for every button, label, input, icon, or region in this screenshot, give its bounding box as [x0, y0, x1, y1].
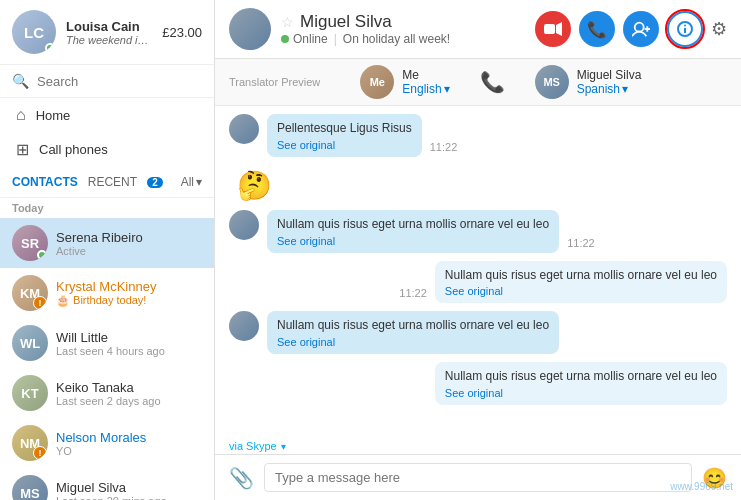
contact-name-krystal: Krystal McKinney	[56, 279, 202, 294]
chevron-down-icon: ▾	[196, 175, 202, 189]
nav-call-phones-label: Call phones	[39, 142, 108, 157]
user-balance: £23.00	[162, 25, 202, 40]
msg-text-5: Nullam quis risus eget urna mollis ornar…	[277, 318, 549, 332]
video-call-button[interactable]	[535, 11, 571, 47]
message-3: Nullam quis risus eget urna mollis ornar…	[229, 210, 727, 253]
avatar-krystal: KM !	[12, 275, 48, 311]
info-button[interactable]	[667, 11, 703, 47]
translator-me: Me Me English ▾	[360, 65, 449, 99]
video-icon	[544, 22, 562, 36]
msg-see-original-1[interactable]: See original	[277, 139, 412, 151]
add-contact-icon	[632, 21, 650, 37]
contact-name-miguel: Miguel Silva	[56, 480, 202, 495]
svg-point-2	[635, 23, 644, 32]
avatar-serena: SR	[12, 225, 48, 261]
msg-avatar-5	[229, 311, 259, 341]
msg-bubble-6: Nullam quis risus eget urna mollis ornar…	[435, 362, 727, 405]
user-info: Louisa Cain The weekend is here!	[66, 19, 152, 46]
user-status-text: The weekend is here!	[66, 34, 152, 46]
home-icon: ⌂	[16, 106, 26, 124]
attach-button[interactable]: 📎	[229, 466, 254, 490]
nav-home[interactable]: ⌂ Home	[0, 98, 214, 132]
emoji-button[interactable]: 😊	[702, 466, 727, 490]
msg-time-4: 11:22	[399, 287, 427, 299]
phone-icon: 📞	[587, 20, 607, 39]
contact-item-serena[interactable]: SR Serena Ribeiro Active	[0, 218, 214, 268]
contact-name-nelson: Nelson Morales	[56, 430, 202, 445]
msg-avatar-1	[229, 114, 259, 144]
messages-area: Pellentesque Ligus Risus See original 11…	[215, 106, 741, 438]
chevron-down-icon: ▾	[281, 441, 286, 452]
msg-bubble-5: Nullam quis risus eget urna mollis ornar…	[267, 311, 559, 354]
contact-sub-krystal: 🎂 Birthday today!	[56, 294, 202, 307]
search-bar[interactable]: 🔍	[0, 65, 214, 98]
recent-badge: 2	[147, 177, 163, 188]
svg-point-7	[684, 25, 686, 27]
user-avatar[interactable]: LC	[12, 10, 56, 54]
via-skype-row: via Skype ▾	[215, 438, 741, 454]
contact-name-will: Will Little	[56, 330, 202, 345]
msg-avatar-3	[229, 210, 259, 240]
msg-see-original-4[interactable]: See original	[445, 285, 717, 297]
svg-marker-1	[556, 22, 562, 36]
translator-me-name: Me	[402, 68, 449, 82]
tab-recent[interactable]: RECENT	[88, 173, 137, 191]
add-contact-button[interactable]	[623, 11, 659, 47]
sidebar-header: LC Louisa Cain The weekend is here! £23.…	[0, 0, 214, 65]
contact-item-krystal[interactable]: KM ! Krystal McKinney 🎂 Birthday today!	[0, 268, 214, 318]
msg-see-original-5[interactable]: See original	[277, 336, 549, 348]
contact-item-keiko[interactable]: KT Keiko Tanaka Last seen 2 days ago	[0, 368, 214, 418]
audio-call-button[interactable]: 📞	[579, 11, 615, 47]
message-1: Pellentesque Ligus Risus See original 11…	[229, 114, 727, 157]
search-input[interactable]	[37, 74, 202, 89]
chat-contact-status-extra: On holiday all week!	[343, 32, 450, 46]
msg-bubble-3: Nullam quis risus eget urna mollis ornar…	[267, 210, 559, 253]
star-icon[interactable]: ☆	[281, 14, 294, 30]
user-name: Louisa Cain	[66, 19, 152, 34]
chat-contact-status: Online	[293, 32, 328, 46]
gear-icon: ⚙	[711, 19, 727, 39]
contact-sub-nelson: YO	[56, 445, 202, 457]
via-skype-text: via Skype	[229, 440, 277, 452]
nav-call-phones[interactable]: ⊞ Call phones	[0, 132, 214, 167]
message-input[interactable]	[264, 463, 692, 492]
translator-label: Translator Preview	[229, 76, 320, 88]
msg-time-3: 11:22	[567, 237, 595, 249]
msg-see-original-6[interactable]: See original	[445, 387, 717, 399]
tab-contacts[interactable]: CONTACTS	[12, 173, 78, 191]
message-emoji: 🤔	[237, 169, 727, 202]
contact-sub-serena: Active	[56, 245, 202, 257]
translator-divider: 📞	[480, 70, 505, 94]
msg-see-original-3[interactable]: See original	[277, 235, 549, 247]
chat-header-actions: 📞 ⚙	[535, 11, 727, 47]
contact-item-will[interactable]: WL Will Little Last seen 4 hours ago	[0, 318, 214, 368]
section-today: Today	[0, 198, 214, 218]
avatar-will: WL	[12, 325, 48, 361]
contact-item-nelson[interactable]: NM ! Nelson Morales YO	[0, 418, 214, 468]
msg-time-1: 11:22	[430, 141, 458, 153]
translator-me-avatar: Me	[360, 65, 394, 99]
contact-name-serena: Serena Ribeiro	[56, 230, 202, 245]
avatar-keiko: KT	[12, 375, 48, 411]
translator-them-avatar: MS	[535, 65, 569, 99]
nav-home-label: Home	[36, 108, 71, 123]
translator-me-lang[interactable]: English ▾	[402, 82, 449, 96]
user-status-dot	[45, 43, 55, 53]
message-4: Nullam quis risus eget urna mollis ornar…	[229, 261, 727, 304]
contact-name-keiko: Keiko Tanaka	[56, 380, 202, 395]
chat-online-dot	[281, 35, 289, 43]
contact-sub-miguel: Last seen 20 mins ago	[56, 495, 202, 501]
msg-text-6: Nullam quis risus eget urna mollis ornar…	[445, 369, 717, 383]
translator-them-lang[interactable]: Spanish ▾	[577, 82, 642, 96]
contact-list: SR Serena Ribeiro Active KM ! Krystal Mc…	[0, 218, 214, 500]
contacts-tabs: CONTACTS RECENT 2 All ▾	[0, 167, 214, 198]
contact-item-miguel[interactable]: MS Miguel Silva Last seen 20 mins ago	[0, 468, 214, 500]
settings-button[interactable]: ⚙	[711, 18, 727, 40]
msg-text-3: Nullam quis risus eget urna mollis ornar…	[277, 217, 549, 231]
translator-them-name: Miguel Silva	[577, 68, 642, 82]
avatar-miguel: MS	[12, 475, 48, 500]
tab-all[interactable]: All ▾	[181, 175, 202, 189]
contact-sub-keiko: Last seen 2 days ago	[56, 395, 202, 407]
search-icon: 🔍	[12, 73, 29, 89]
chat-area: ☆ Miguel Silva Online | On holiday all w…	[215, 0, 741, 500]
